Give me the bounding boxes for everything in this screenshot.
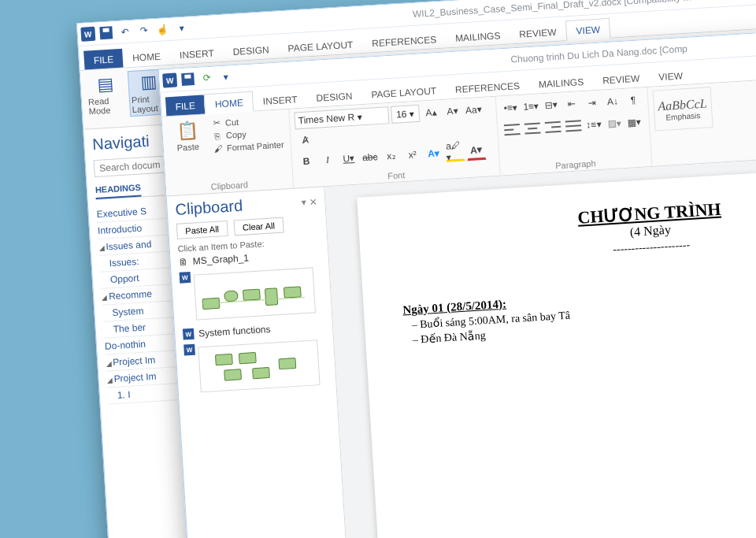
- window-body: Clipboard ▾ ✕ Paste All Clear All Click …: [167, 147, 756, 538]
- text-effects-icon[interactable]: A▾: [424, 144, 443, 162]
- word-window-2: W ⟳ ▾ Chuong trinh Du Lich Da Nang.doc […: [158, 20, 756, 538]
- clipboard-pane: Clipboard ▾ ✕ Paste All Clear All Click …: [167, 187, 351, 538]
- format-painter-button[interactable]: 🖌Format Painter: [211, 139, 286, 154]
- tab-mailings[interactable]: MAILINGS: [445, 25, 510, 48]
- sort-button[interactable]: A↓: [602, 92, 622, 110]
- document-page: CHƯƠNG TRÌNH (4 Ngày -------------------…: [357, 162, 756, 538]
- paste-button[interactable]: 📋 Paste: [167, 117, 209, 154]
- line-spacing-button[interactable]: ↕≡▾: [584, 116, 603, 134]
- show-marks-button[interactable]: ¶: [623, 91, 643, 109]
- tab-review[interactable]: REVIEW: [592, 68, 650, 90]
- copy-icon: ⎘: [212, 131, 224, 141]
- tab-design[interactable]: DESIGN: [306, 85, 362, 107]
- shading-button[interactable]: ▨▾: [604, 114, 624, 132]
- tab-insert[interactable]: INSERT: [253, 88, 307, 110]
- clipboard-thumbnail[interactable]: [198, 339, 320, 392]
- heading-text: Project Im: [113, 371, 157, 384]
- tab-home[interactable]: HOME: [122, 46, 170, 68]
- bullets-button[interactable]: •≡▾: [501, 98, 521, 117]
- nav-tab-headings[interactable]: HEADINGS: [95, 183, 142, 200]
- tab-view[interactable]: VIEW: [649, 65, 693, 87]
- paragraph-group: •≡▾ 1≡▾ ⊟▾ ⇤ ⇥ A↓ ¶ ↕≡▾ ▨▾ ▦▾: [495, 87, 652, 176]
- word-app-icon: W: [162, 72, 177, 87]
- format-painter-icon: 🖌: [213, 143, 224, 154]
- decrease-indent-button[interactable]: ⇤: [562, 95, 582, 113]
- collapse-icon[interactable]: ◢: [102, 293, 108, 301]
- paste-all-button[interactable]: Paste All: [176, 221, 228, 239]
- read-mode-button[interactable]: ▤ Read Mode: [85, 72, 127, 118]
- clipboard-item-label: System functions: [198, 324, 271, 339]
- align-center-button[interactable]: [522, 119, 542, 137]
- collapse-icon[interactable]: ◢: [106, 376, 113, 384]
- numbering-button[interactable]: 1≡▾: [521, 97, 541, 115]
- save-icon[interactable]: [98, 24, 114, 41]
- heading-text: Recomme: [109, 288, 152, 302]
- tab-home[interactable]: HOME: [204, 91, 254, 115]
- font-size-select[interactable]: 16 ▾: [391, 105, 420, 124]
- decrease-font-icon[interactable]: A▾: [443, 102, 462, 120]
- redo-icon[interactable]: ↷: [135, 22, 152, 39]
- underline-button[interactable]: U▾: [339, 150, 358, 168]
- superscript-button[interactable]: x²: [402, 146, 422, 164]
- style-emphasis[interactable]: AaBbCcL Emphasis: [652, 87, 713, 131]
- save-icon[interactable]: [180, 71, 196, 87]
- change-case-icon[interactable]: Aa▾: [464, 101, 484, 119]
- collapse-icon[interactable]: ◢: [106, 359, 112, 367]
- word-doc-icon: W: [183, 328, 195, 340]
- align-left-button[interactable]: [502, 121, 521, 139]
- heading-text: Issues:: [109, 256, 139, 269]
- justify-button[interactable]: [563, 117, 583, 135]
- heading-text: 1. I: [117, 389, 131, 401]
- strikethrough-button[interactable]: abc: [360, 148, 380, 166]
- word-app-icon: W: [80, 27, 95, 42]
- refresh-icon[interactable]: ⟳: [198, 70, 215, 87]
- tab-review[interactable]: REVIEW: [510, 21, 567, 43]
- clipboard-pane-title: Clipboard: [175, 197, 243, 219]
- font-group: Times New R ▾ 16 ▾ A▴ A▾ Aa▾ A̷ B I U▾ a…: [289, 97, 501, 188]
- heading-text: Executive S: [96, 206, 146, 220]
- read-mode-icon: ▤: [97, 73, 115, 95]
- touch-mode-icon[interactable]: ☝: [154, 21, 171, 38]
- document-area[interactable]: CHƯƠNG TRÌNH (4 Ngày -------------------…: [324, 147, 756, 538]
- align-right-button[interactable]: [543, 118, 562, 136]
- word-doc-icon: W: [183, 344, 195, 356]
- heading-text: Opport: [110, 273, 139, 285]
- document-icon: 🗎: [178, 256, 188, 268]
- tab-mailings[interactable]: MAILINGS: [528, 71, 594, 94]
- heading-text: Introductio: [98, 223, 143, 236]
- print-layout-icon: ▥: [139, 72, 158, 93]
- heading-text: Issues and: [106, 239, 152, 253]
- tab-insert[interactable]: INSERT: [169, 43, 224, 65]
- font-name-select[interactable]: Times New R ▾: [294, 106, 389, 129]
- pane-options-icon[interactable]: ▾: [301, 196, 306, 207]
- font-color-button[interactable]: A▾: [466, 141, 486, 161]
- clipboard-thumbnail[interactable]: [194, 267, 316, 320]
- clear-formatting-icon[interactable]: A̷: [295, 131, 315, 149]
- italic-button[interactable]: I: [317, 150, 337, 169]
- qat-dropdown-icon[interactable]: ▾: [217, 69, 234, 85]
- style-name: Emphasis: [665, 110, 700, 121]
- undo-icon[interactable]: ↶: [117, 24, 133, 40]
- clear-all-button[interactable]: Clear All: [233, 217, 284, 236]
- bold-button[interactable]: B: [296, 152, 316, 170]
- collapse-icon[interactable]: ◢: [98, 244, 105, 252]
- clipboard-group: 📋 Paste ✂Cut ⎘Copy 🖌Format Painter Clipb…: [161, 109, 294, 196]
- heading-text: System: [112, 306, 144, 318]
- borders-button[interactable]: ▦▾: [624, 113, 644, 131]
- increase-indent-button[interactable]: ⇥: [582, 94, 602, 112]
- increase-font-icon[interactable]: A▴: [421, 103, 441, 121]
- close-icon[interactable]: ✕: [309, 195, 317, 207]
- heading-text: Project Im: [113, 354, 156, 368]
- read-mode-label: Read Mode: [88, 95, 125, 117]
- copy-label: Copy: [226, 129, 246, 140]
- tab-file[interactable]: FILE: [165, 95, 206, 116]
- font-name-value: Times New R: [298, 112, 354, 126]
- tab-view[interactable]: VIEW: [565, 18, 611, 41]
- multilevel-list-button[interactable]: ⊟▾: [542, 96, 561, 114]
- tab-design[interactable]: DESIGN: [223, 39, 279, 61]
- qat-dropdown-icon[interactable]: ▾: [173, 20, 190, 36]
- subscript-button[interactable]: x₂: [381, 147, 401, 165]
- tab-file[interactable]: FILE: [83, 49, 124, 70]
- clipboard-item-label: MS_Graph_1: [192, 252, 249, 266]
- highlight-color-button[interactable]: a🖊▾: [445, 142, 465, 161]
